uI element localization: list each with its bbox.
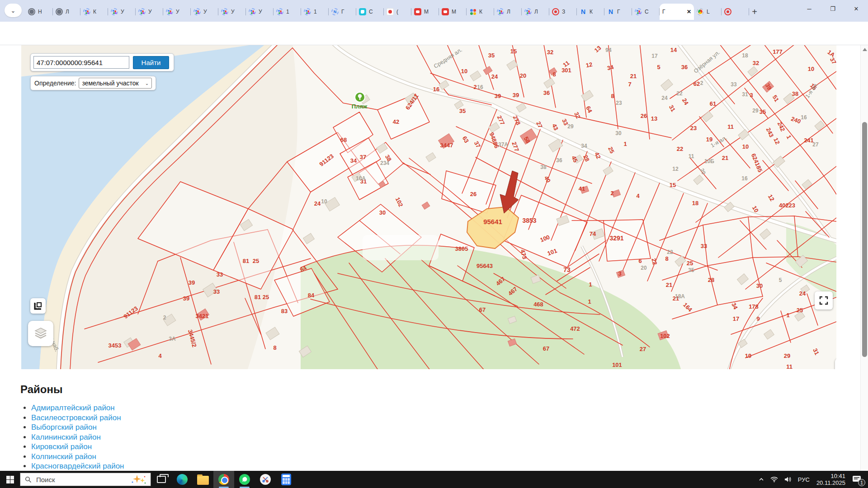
svg-text:10: 10 [808,66,814,72]
svg-text:21: 21 [666,282,672,288]
svg-text:30: 30 [615,130,622,136]
clock[interactable]: 10:41 20.11.2025 [813,473,849,486]
district-link[interactable]: Выборгский район [31,423,97,432]
active-tab[interactable]: Г✕ [660,4,694,20]
scissors-icon [260,474,271,485]
map-canvas[interactable]: 1535321310242011830112342172163939363582… [21,45,836,369]
chevron-down-icon: ⌄ [145,81,149,86]
file-explorer-app[interactable] [193,471,213,488]
volume-icon[interactable] [781,471,795,488]
browser-tab[interactable]: Г [604,4,632,19]
browser-tab[interactable]: Л [53,4,80,19]
district-link[interactable]: Василеостровский район [31,413,121,422]
svg-text:26: 26 [641,113,647,119]
district-link[interactable]: Колпинский район [31,452,96,461]
cadastral-map[interactable]: 1535321310242011830112342172163939363582… [21,45,836,369]
district-link[interactable]: Адмиралтейский район [31,404,115,412]
browser-tab[interactable]: У [108,4,136,19]
notification-center[interactable]: 1 [849,471,868,488]
browser-tab[interactable]: 1 [301,4,329,19]
browser-tab[interactable]: Н [25,4,53,19]
taskbar-search[interactable]: Поиск [20,473,151,486]
svg-text:1: 1 [786,312,789,319]
browser-tab[interactable]: К [80,4,108,19]
wifi-icon[interactable] [767,471,781,488]
definition-select[interactable]: земельный участок ⌄ [79,78,152,89]
svg-text:3853: 3853 [522,217,536,224]
browser-tab[interactable]: К [577,4,604,19]
browser-tab[interactable]: L [694,4,722,19]
page-scrollbar[interactable] [860,45,868,471]
district-link[interactable]: Кировский район [31,442,92,451]
zoom-in-button[interactable]: + [835,358,836,369]
bluen-favicon-icon [607,8,614,15]
browser-tab[interactable]: М [411,4,439,19]
scrollbar-thumb[interactable] [862,122,867,357]
calculator-app[interactable] [276,471,297,488]
snipping-tool-app[interactable] [255,471,276,488]
district-list-item: Василеостровский район [31,413,382,423]
svg-text:84: 84 [308,292,315,299]
layers-button[interactable] [28,321,53,346]
svg-text:2: 2 [163,314,166,321]
browser-tab[interactable]: 1 [274,4,301,19]
svg-text:30: 30 [379,209,386,216]
tab-close-icon[interactable]: ✕ [687,9,691,15]
browser-tab[interactable]: С [632,4,660,19]
maximize-button[interactable]: ❐ [821,0,844,17]
svg-text:81: 81 [243,258,249,264]
tab-list-chevron-icon[interactable]: ⌄ [5,4,22,17]
svg-text:37А: 37А [498,141,508,148]
browser-tab[interactable]: З [549,4,577,19]
browser-tab[interactable]: Г [329,4,356,19]
browser-tab[interactable]: У [136,4,163,19]
browser-tab[interactable]: Л [522,4,549,19]
tray-chevron-icon[interactable] [755,471,767,488]
start-button[interactable] [0,471,20,488]
cluster-favicon-icon [524,8,532,15]
minimize-button[interactable]: ─ [797,0,821,17]
svg-text:3447: 3447 [440,142,453,149]
district-link[interactable]: Красногвардейский район [31,462,124,470]
measure-ruler-button[interactable] [30,298,46,314]
task-view-button[interactable] [151,471,172,488]
browser-tab[interactable] [722,4,749,19]
district-link[interactable]: Калининский район [31,433,101,441]
language-indicator[interactable]: РУС [795,471,813,488]
edge-app[interactable] [172,471,193,488]
close-button[interactable]: ✕ [844,0,868,17]
svg-text:25: 25 [797,307,803,314]
svg-text:11: 11 [727,123,734,130]
svg-text:8: 8 [552,71,556,78]
browser-tab[interactable]: У [163,4,191,19]
redcircle-favicon-icon [724,8,731,15]
svg-text:61: 61 [710,100,716,107]
tray-date: 20.11.2025 [816,479,845,486]
svg-text:32: 32 [753,60,759,66]
cadastral-number-input[interactable] [33,56,129,69]
find-button[interactable]: Найти [133,56,169,69]
browser-tab[interactable]: С [356,4,384,19]
browser-tab[interactable]: У [191,4,218,19]
svg-text:20: 20 [520,72,526,79]
svg-text:10А: 10А [356,175,366,182]
browser-tab[interactable]: Л [494,4,522,19]
svg-text:234: 234 [380,160,389,166]
whatsapp-app[interactable] [234,471,255,488]
browser-tab[interactable]: К [467,4,494,19]
browser-tab[interactable]: У [246,4,274,19]
svg-text:15: 15 [670,182,676,188]
browser-tab[interactable]: У [218,4,246,19]
svg-text:10Б: 10Б [704,158,714,164]
svg-text:42: 42 [393,118,399,125]
new-tab-button[interactable]: + [748,5,761,18]
window-controls: ─ ❐ ✕ [797,0,868,17]
browser-tab[interactable]: М [439,4,467,19]
svg-text:67: 67 [479,306,486,313]
chrome-app[interactable] [213,471,234,488]
browser-tab[interactable]: ( [384,4,411,19]
district-list-item: Колпинский район [31,452,382,462]
fullscreen-button[interactable] [815,291,833,310]
svg-text:35: 35 [488,52,495,59]
scroll-up-arrow[interactable] [863,48,867,51]
